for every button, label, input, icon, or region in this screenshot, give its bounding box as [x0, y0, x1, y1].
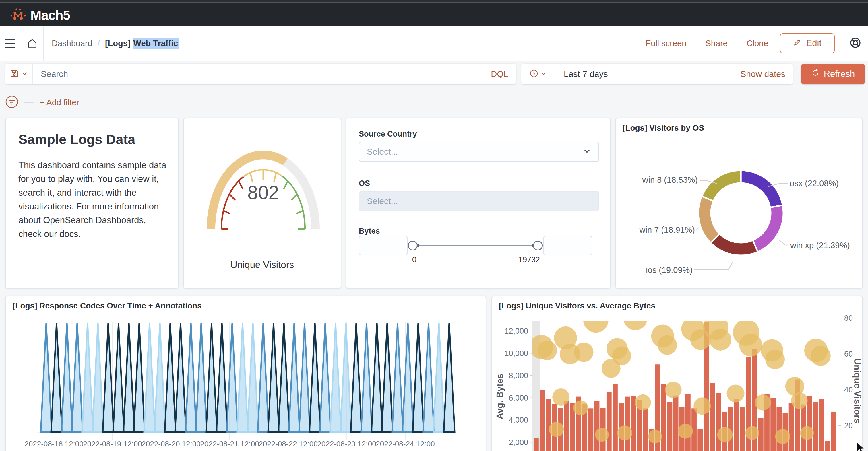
bar [673, 396, 679, 451]
bar [613, 384, 618, 451]
spike [309, 323, 320, 432]
add-filter-button[interactable]: + Add filter [40, 98, 79, 107]
spike [268, 323, 279, 432]
divider [24, 102, 34, 103]
bar-bubble-chart[interactable]: 2,0004,0006,0008,00010,00012,000Avg. Byt… [492, 296, 863, 451]
panel-response-codes: [Logs] Response Codes Over Time + Annota… [5, 295, 486, 451]
bar [776, 407, 782, 451]
help-icon[interactable] [848, 36, 862, 51]
chevron-down-icon [583, 147, 591, 157]
filter-bar: + Add filter [5, 91, 79, 114]
bar [716, 393, 721, 451]
refresh-icon [811, 69, 820, 79]
pie-slice-ios [711, 234, 758, 255]
spike [123, 323, 134, 432]
svg-text:40: 40 [844, 386, 853, 394]
bytes-max-input[interactable] [543, 236, 592, 255]
bubble [573, 400, 588, 415]
spike [227, 323, 238, 432]
bubble [791, 392, 808, 409]
os-select[interactable]: Select... [359, 191, 599, 211]
bubble [765, 350, 785, 369]
bar [789, 404, 794, 451]
chevron-down-icon [22, 70, 28, 78]
show-dates-button[interactable]: Show dates [740, 69, 793, 79]
spike [423, 323, 434, 432]
saved-query-menu-button[interactable] [5, 64, 33, 84]
pie-label: win 8 (18.53%) [642, 175, 698, 185]
breadcrumb-dashboard[interactable]: Dashboard [52, 39, 92, 48]
x-axis-label: 2022-08-24 12:00 [371, 440, 440, 448]
spike [433, 323, 444, 432]
bytes-slider-handle-min[interactable] [408, 241, 417, 251]
spike [351, 323, 362, 432]
spike [392, 323, 403, 432]
control-label-os: OS [359, 179, 370, 188]
filter-icon[interactable] [5, 95, 19, 109]
pie-slice-win 7 [699, 196, 720, 243]
pie-slice-win xp [753, 205, 783, 252]
spike [103, 323, 114, 432]
bubble [710, 329, 732, 351]
bar [819, 399, 825, 451]
spike [382, 323, 393, 432]
edit-button[interactable]: Edit [780, 33, 835, 53]
spike [216, 323, 227, 432]
svg-text:60: 60 [844, 350, 853, 358]
bar [825, 441, 830, 451]
gauge-value: 802 [247, 182, 279, 203]
bubble [745, 426, 759, 440]
bubble [583, 307, 609, 332]
time-picker-quick-menu[interactable] [521, 64, 555, 84]
brand-logo[interactable]: Mach5 [10, 6, 70, 24]
donut-chart[interactable]: osx (22.08%)win xp (21.39%)ios (19.09%)w… [616, 127, 863, 287]
home-icon[interactable] [21, 26, 43, 61]
spike [196, 323, 207, 432]
spike [320, 323, 331, 432]
svg-text:8,000: 8,000 [508, 371, 528, 380]
window-top-divider [0, 2, 868, 3]
source-country-select[interactable]: Select... [359, 142, 599, 162]
time-range-value[interactable]: Last 7 days [555, 69, 740, 79]
area-chart[interactable] [6, 296, 487, 442]
spike [278, 323, 289, 432]
pie-slice-win 8 [702, 170, 741, 201]
selected-text: Web Traffic [133, 38, 179, 49]
docs-link[interactable]: docs [59, 229, 78, 239]
svg-text:6,000: 6,000 [508, 394, 528, 402]
menu-icon[interactable] [0, 26, 21, 61]
search-input[interactable]: Search [33, 69, 491, 79]
clone-button[interactable]: Clone [739, 39, 776, 48]
bar [661, 384, 666, 451]
app-header: Mach5 [0, 0, 868, 26]
spike [299, 323, 310, 432]
gauge-chart[interactable]: 802 [184, 118, 342, 256]
spike [113, 323, 124, 432]
bar [831, 412, 836, 451]
bubble [648, 430, 662, 444]
gauge-label: Unique Visitors [184, 259, 341, 270]
spike [134, 323, 145, 432]
spike [72, 323, 83, 432]
bar [770, 398, 776, 451]
pie-label: win 7 (18.91%) [639, 225, 695, 234]
bytes-slider-track[interactable] [415, 245, 536, 247]
spike [206, 323, 217, 432]
bytes-slider-handle-max[interactable] [533, 241, 543, 251]
bytes-max-value: 19732 [518, 255, 540, 264]
bubble [665, 382, 682, 398]
spike [330, 323, 341, 432]
spike [144, 323, 155, 432]
bar [740, 407, 745, 451]
panel-visitors-by-os: [Logs] Visitors by OS osx (22.08%)win xp… [615, 118, 863, 289]
share-button[interactable]: Share [698, 39, 735, 48]
control-label-bytes: Bytes [359, 227, 380, 235]
bubble [595, 428, 609, 442]
bar [625, 397, 630, 451]
bytes-min-input[interactable] [359, 236, 408, 255]
query-language-button[interactable]: DQL [491, 69, 516, 79]
spike [175, 323, 186, 432]
refresh-button[interactable]: Refresh [801, 64, 865, 84]
spike [41, 323, 52, 432]
full-screen-button[interactable]: Full screen [639, 39, 694, 48]
